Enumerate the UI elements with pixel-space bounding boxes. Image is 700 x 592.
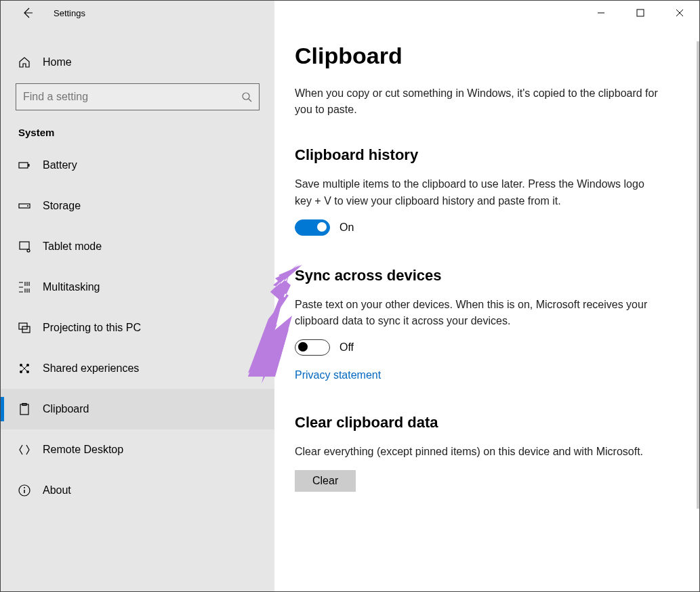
nav-remote[interactable]: Remote Desktop [1, 429, 274, 470]
svg-rect-1 [19, 163, 28, 168]
projecting-icon [18, 322, 30, 334]
nav-battery[interactable]: Battery [1, 145, 274, 186]
window-title: Settings [54, 8, 85, 18]
page-desc: When you copy or cut something in Window… [295, 85, 661, 118]
clipboard-icon [18, 403, 30, 415]
home-label: Home [43, 56, 72, 68]
history-title: Clipboard history [295, 146, 674, 164]
svg-point-4 [27, 205, 28, 207]
search-input[interactable] [23, 91, 241, 103]
svg-rect-2 [28, 164, 30, 167]
nav-shared[interactable]: Shared experiences [1, 348, 274, 389]
sync-desc: Paste text on your other devices. When t… [295, 297, 661, 331]
nav-label: Shared experiences [43, 362, 139, 375]
scrollbar[interactable] [697, 41, 699, 509]
nav-label: About [43, 484, 71, 496]
nav-list: Battery Storage Tablet mode Multitasking… [1, 145, 274, 511]
settings-window: Settings Home System Battery Storage [1, 1, 699, 591]
nav-label: Battery [43, 159, 77, 171]
nav-about[interactable]: About [1, 470, 274, 511]
sync-toggle-row: Off [295, 339, 674, 356]
nav-label: Remote Desktop [43, 444, 123, 456]
battery-icon [18, 159, 30, 171]
nav-label: Multitasking [43, 281, 100, 293]
history-toggle-label: On [339, 221, 354, 234]
sidebar: Settings Home System Battery Storage [1, 1, 274, 591]
nav-tablet[interactable]: Tablet mode [1, 226, 274, 267]
search-icon [241, 91, 252, 102]
storage-icon [18, 200, 30, 212]
about-icon [18, 484, 30, 496]
main-content: Clipboard When you copy or cut something… [274, 1, 699, 591]
search-box[interactable] [16, 83, 260, 110]
nav-clipboard[interactable]: Clipboard [1, 389, 274, 429]
svg-point-0 [243, 93, 249, 100]
history-toggle-row: On [295, 219, 674, 236]
multitasking-icon [18, 281, 30, 293]
svg-point-16 [24, 487, 25, 488]
nav-storage[interactable]: Storage [1, 186, 274, 226]
home-nav[interactable]: Home [1, 49, 274, 75]
nav-label: Tablet mode [43, 240, 102, 253]
nav-multitasking[interactable]: Multitasking [1, 267, 274, 308]
content-area: Clipboard When you copy or cut something… [274, 1, 699, 591]
history-toggle[interactable] [295, 219, 330, 236]
svg-rect-13 [20, 404, 28, 415]
titlebar: Settings [1, 1, 274, 25]
shared-icon [18, 362, 30, 375]
privacy-link[interactable]: Privacy statement [295, 369, 381, 381]
clear-title: Clear clipboard data [295, 414, 674, 431]
page-title: Clipboard [295, 43, 674, 69]
nav-label: Clipboard [43, 403, 89, 415]
remote-icon [18, 444, 30, 456]
clear-desc: Clear everything (except pinned items) o… [295, 444, 661, 461]
svg-point-6 [27, 249, 30, 252]
back-arrow-icon [22, 7, 33, 18]
history-desc: Save multiple items to the clipboard to … [295, 176, 661, 210]
nav-label: Projecting to this PC [43, 322, 141, 334]
sync-title: Sync across devices [295, 267, 674, 284]
sync-toggle[interactable] [295, 339, 330, 356]
nav-projecting[interactable]: Projecting to this PC [1, 308, 274, 348]
nav-label: Storage [43, 200, 81, 212]
back-button[interactable] [21, 6, 35, 20]
sync-toggle-label: Off [339, 341, 354, 354]
home-icon [18, 56, 30, 68]
section-label: System [18, 127, 274, 138]
clear-button[interactable]: Clear [295, 470, 356, 492]
svg-rect-5 [20, 242, 29, 249]
tablet-icon [18, 240, 30, 253]
